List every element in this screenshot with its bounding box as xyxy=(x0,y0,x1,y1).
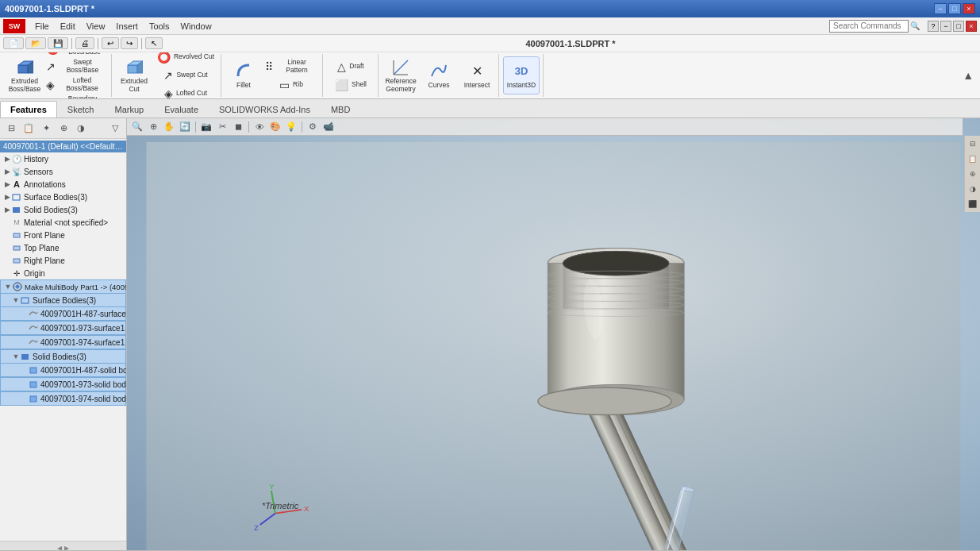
undo-button[interactable]: ↩ xyxy=(102,37,119,49)
edit-appearance-button[interactable]: 🎨 xyxy=(268,120,282,134)
swept-cut-button[interactable]: ↗ Swept Cut xyxy=(154,67,217,84)
tree-item-surface-bodies[interactable]: ▶ Surface Bodies(3) xyxy=(0,191,126,203)
tree-item-solid-bodies[interactable]: ▶ Solid Bodies(3) xyxy=(0,203,126,216)
svg-rect-15 xyxy=(21,298,29,303)
tree-item-surface-bodies-sub[interactable]: ▼ Surface Bodies(3) xyxy=(0,293,126,306)
revolved-boss-button[interactable]: ⭕ Revolved Boss/Base xyxy=(44,52,108,57)
lofted-boss-button[interactable]: ◈ Lofted Boss/Base xyxy=(44,76,108,94)
select-button[interactable]: ↖ xyxy=(145,37,163,49)
tree-item-front-plane[interactable]: ▶ Front Plane xyxy=(0,229,126,241)
feature-tree-header[interactable]: 40097001-1 (Default) <<Default>_Display.… xyxy=(0,141,126,152)
instant3d-button[interactable]: 3D Instant3D xyxy=(503,56,540,94)
view-right-btn3[interactable]: ⊕ xyxy=(967,168,979,180)
menu-window[interactable]: Window xyxy=(176,20,217,33)
tree-item-solid2-973[interactable]: ▶ 40097001-973-solid body1 xyxy=(0,377,126,391)
zoom-in-button[interactable]: ⊕ xyxy=(146,120,160,134)
app-minimize[interactable]: − xyxy=(940,21,951,32)
menu-insert[interactable]: Insert xyxy=(111,20,143,33)
tree-item-make-multibody[interactable]: ▼ Make MultiBody Part1 -> (40097001... xyxy=(0,279,126,293)
boundary-boss-button[interactable]: ⬡ Boundary Boss/Base xyxy=(44,94,108,99)
menu-file[interactable]: File xyxy=(30,20,54,33)
app-close[interactable]: × xyxy=(966,21,977,32)
new-button[interactable]: 📄 xyxy=(3,37,24,49)
menu-view[interactable]: View xyxy=(82,20,110,33)
tree-item-solid-bodies-sub[interactable]: ▼ Solid Bodies(3) xyxy=(0,349,126,363)
reference-geometry-icon xyxy=(391,58,410,76)
tab-features[interactable]: Features xyxy=(0,101,57,118)
swept-boss-label: Swept Boss/Base xyxy=(59,59,106,74)
revolved-cut-button[interactable]: ⭕ Revolved Cut xyxy=(154,52,217,66)
display-manager-button[interactable]: ◑ xyxy=(73,121,89,137)
save-button[interactable]: 💾 xyxy=(48,37,68,49)
property-manager-button[interactable]: 📋 xyxy=(21,121,37,137)
tree-item-right-plane[interactable]: ▶ Right Plane xyxy=(0,254,126,267)
tree-item-history[interactable]: ▶ 🕐 History xyxy=(0,152,126,165)
close-button[interactable]: × xyxy=(963,3,975,14)
extruded-cut-button[interactable]: ExtrudedCut xyxy=(116,56,152,94)
menu-edit[interactable]: Edit xyxy=(56,20,80,33)
section-view-button[interactable]: ✂ xyxy=(215,120,229,134)
swept-boss-button[interactable]: ↗ Swept Boss/Base xyxy=(44,58,108,75)
config-manager-button[interactable]: ✦ xyxy=(38,121,54,137)
minimize-button[interactable]: − xyxy=(934,3,947,14)
lofted-boss-icon: ◈ xyxy=(46,79,55,91)
tree-item-material[interactable]: ▶ M Material <not specified> xyxy=(0,216,126,229)
reference-geometry-button[interactable]: ReferenceGeometry xyxy=(382,56,419,94)
redo-button[interactable]: ↪ xyxy=(121,37,138,49)
shell-button[interactable]: ⬜ Shell xyxy=(327,76,375,94)
rib-button[interactable]: ▭ Rib xyxy=(263,76,319,94)
app-maximize[interactable]: □ xyxy=(953,21,964,32)
view-setting-button[interactable]: ⚙ xyxy=(306,120,320,134)
tree-item-surface1-973[interactable]: ▶ 40097001-973-surface1 xyxy=(0,321,126,335)
lofted-cut-button[interactable]: ◈ Lofted Cut xyxy=(154,85,217,98)
feature-manager-button[interactable]: ⊟ xyxy=(3,121,19,137)
print-button[interactable]: 🖨 xyxy=(75,37,94,49)
tree-item-solid1-487[interactable]: ▶ 40097001H-487-solid body1 xyxy=(0,363,126,377)
tree-item-sensors[interactable]: ▶ 📡 Sensors xyxy=(0,165,126,178)
cam-button[interactable]: 📹 xyxy=(321,120,336,134)
hide-show-button[interactable]: 👁 xyxy=(252,120,267,134)
fillet-label: Fillet xyxy=(236,82,251,89)
view-right-btn5[interactable]: ⬛ xyxy=(967,198,979,210)
tab-mbd[interactable]: MBD xyxy=(321,101,360,118)
filter-button[interactable]: ▽ xyxy=(107,121,123,137)
zoom-to-fit-button[interactable]: 🔍 xyxy=(130,120,144,134)
extruded-boss-button[interactable]: ExtrudedBoss/Base xyxy=(6,56,43,94)
tree-item-origin[interactable]: ▶ ✛ Origin xyxy=(0,267,126,279)
open-button[interactable]: 📂 xyxy=(25,37,46,49)
dim-expert-button[interactable]: ⊕ xyxy=(56,121,71,137)
view-right-btn1[interactable]: ⊟ xyxy=(967,137,979,150)
tree-item-top-plane[interactable]: ▶ Top Plane xyxy=(0,241,126,254)
view-right-btn4[interactable]: ◑ xyxy=(967,183,979,195)
rotate-button[interactable]: 🔄 xyxy=(178,120,192,134)
pan-button[interactable]: ✋ xyxy=(162,120,176,134)
view-right-btn2[interactable]: 📋 xyxy=(967,152,979,165)
draft-button[interactable]: △ Draft xyxy=(327,58,375,75)
svg-rect-9 xyxy=(13,195,20,200)
view-orient-button[interactable]: 📷 xyxy=(199,120,213,134)
tree-item-surface1-974[interactable]: ▶ 40097001-974-surface1 xyxy=(0,335,126,349)
search-button[interactable]: 🔍 xyxy=(910,21,920,30)
fillet-button[interactable]: Fillet xyxy=(225,56,262,94)
curves-button[interactable]: Curves xyxy=(421,56,457,94)
tree-item-solid3-974[interactable]: ▶ 40097001-974-solid body1 xyxy=(0,391,126,406)
tree-item-surface1-487[interactable]: ▶ 40097001H-487-surface1 xyxy=(0,306,126,321)
tab-sketch[interactable]: Sketch xyxy=(57,101,105,118)
viewport[interactable]: 🔍 ⊕ ✋ 🔄 📷 ✂ ◼ 👁 🎨 💡 ⚙ 📹 xyxy=(127,118,980,550)
linear-pattern-button[interactable]: ⠿ Linear Pattern xyxy=(263,58,319,75)
toolbar-collapse-button[interactable]: ▲ xyxy=(959,66,977,85)
mirror-button[interactable]: ⇔ Mirror xyxy=(327,94,375,99)
tab-markup[interactable]: Markup xyxy=(105,101,155,118)
tree-item-annotations[interactable]: ▶ A Annotations xyxy=(0,178,126,191)
intersect-button[interactable]: ✕ Intersect xyxy=(459,56,495,94)
scene-button[interactable]: 💡 xyxy=(284,120,298,134)
help-button[interactable]: ? xyxy=(928,21,939,32)
wrap-button[interactable]: ⤲ Wrap xyxy=(327,52,375,57)
tab-addins[interactable]: SOLIDWORKS Add-Ins xyxy=(209,101,321,118)
tab-evaluate[interactable]: Evaluate xyxy=(154,101,209,118)
display-style-button[interactable]: ◼ xyxy=(231,120,245,134)
maximize-button[interactable]: □ xyxy=(948,3,961,14)
menu-tools[interactable]: Tools xyxy=(144,20,175,33)
panel-resize-handle[interactable]: ◀ ▶ xyxy=(0,545,126,550)
search-input[interactable] xyxy=(829,20,909,33)
